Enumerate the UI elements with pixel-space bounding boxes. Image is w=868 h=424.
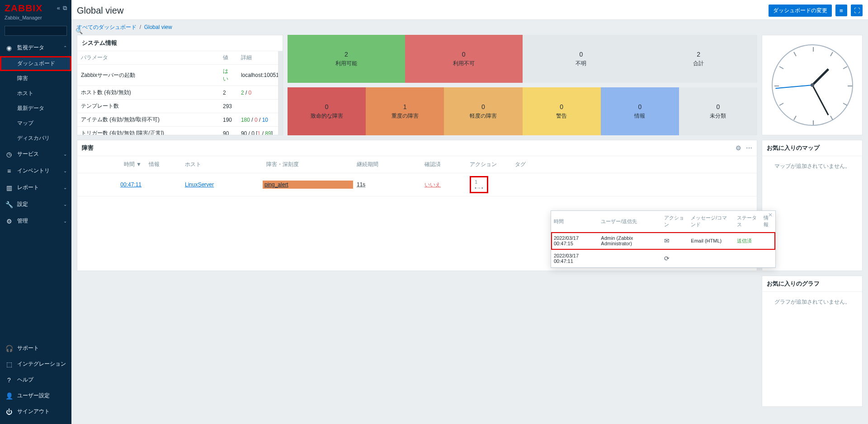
problem-action-box[interactable]: 1 •→• — [470, 176, 488, 193]
integration-icon: ⬚ — [5, 361, 14, 368]
nav-support[interactable]: 🎧サポート — [0, 340, 71, 356]
popup-col-action: アクション — [661, 211, 688, 232]
nav-integration[interactable]: ⬚インテグレーション — [0, 356, 71, 372]
sysinfo-col-value: 値 — [219, 51, 237, 65]
nav-monitoring[interactable]: ◉ 監視データ ⌃ — [0, 39, 71, 56]
svg-line-6 — [843, 103, 847, 105]
support-icon: 🎧 — [5, 345, 14, 352]
gear-icon[interactable]: ⚙ — [736, 144, 741, 152]
edit-dashboard-button[interactable]: ダッシュボードの変更 — [769, 5, 832, 17]
svg-line-10 — [779, 67, 783, 69]
nav-item-problems[interactable]: 障害 — [0, 71, 71, 86]
popout-icon[interactable]: ⧉ — [63, 5, 67, 12]
sysinfo-row: テンプレート数293 — [77, 100, 283, 113]
page-title: Global view — [77, 5, 123, 16]
popup-row-msg: Email (HTML) — [688, 232, 734, 250]
gear-icon: ⚙ — [5, 218, 14, 225]
close-icon[interactable]: ✕ — [768, 212, 773, 218]
widget-fav-maps: お気に入りのマップ マップが追加されていません。 — [762, 140, 863, 271]
svg-line-7 — [830, 116, 833, 120]
collapse-sidebar-icon[interactable]: « — [57, 5, 60, 12]
sysinfo-row: アイテム数 (有効/無効/取得不可)190180 / 0 / 10 — [77, 113, 283, 127]
svg-line-11 — [794, 52, 796, 56]
search-input[interactable] — [8, 28, 75, 34]
list-icon: ≡ — [5, 167, 14, 175]
status-tile[interactable]: 0致命的な障害 — [288, 87, 366, 135]
hamburger-button[interactable]: ≡ — [835, 5, 847, 16]
chart-icon: ▥ — [5, 184, 14, 191]
status-tile[interactable]: 2合計 — [640, 35, 757, 83]
popup-row-time: 2022/03/17 00:47:11 — [551, 250, 598, 267]
nav-item-discovery[interactable]: ディスカバリ — [0, 131, 71, 146]
nav-inventory[interactable]: ≡ インベントリ ⌄ — [0, 162, 71, 179]
nav-item-hosts[interactable]: ホスト — [0, 86, 71, 101]
server-name: Zabbix_Manager — [5, 15, 67, 20]
popup-row-user: Admin (Zabbix Administrator) — [598, 232, 661, 250]
fullscreen-button[interactable]: ⛶ — [851, 5, 863, 16]
problem-row[interactable]: 00:47:11 LinuxServer ping_alert 11s いいえ … — [77, 173, 757, 196]
nav-services[interactable]: ◷ サービス ⌄ — [0, 146, 71, 162]
status-tile[interactable]: 1重度の障害 — [366, 87, 444, 135]
sysinfo-row: ホスト数 (有効/無効)22 / 0 — [77, 86, 283, 100]
nav-signout[interactable]: ⏻サインアウト — [0, 404, 71, 419]
problem-ack[interactable]: いいえ — [425, 181, 441, 188]
nav-item-maps[interactable]: マップ — [0, 116, 71, 131]
help-icon: ? — [5, 376, 14, 384]
popup-col-user: ユーザー/送信先 — [598, 211, 661, 232]
services-icon: ◷ — [5, 151, 14, 158]
problems-col-action: アクション — [466, 156, 511, 173]
sysinfo-title: システム情報 — [82, 39, 117, 47]
status-tile[interactable]: 0未分類 — [679, 87, 757, 135]
problems-col-ack: 確認済 — [421, 156, 466, 173]
problems-col-duration: 継続期間 — [353, 156, 421, 173]
chevron-up-icon: ⌃ — [63, 45, 67, 50]
eye-icon: ◉ — [5, 44, 14, 52]
breadcrumb: すべてのダッシュボード / Global view — [71, 20, 868, 35]
problem-host[interactable]: LinuxServer — [185, 181, 214, 188]
sysinfo-row: Zabbixサーバーの起動はいlocalhost:10051 — [77, 65, 283, 86]
status-tile[interactable]: 0警告 — [523, 87, 601, 135]
popup-col-msg: メッセージ/コマンド — [688, 211, 734, 232]
problems-title: 障害 — [82, 144, 94, 152]
wrench-icon: 🔧 — [5, 201, 14, 208]
nav-help[interactable]: ?ヘルプ — [0, 372, 71, 388]
status-tile[interactable]: 0情報 — [601, 87, 679, 135]
status-tile[interactable]: 0利用不可 — [405, 35, 523, 83]
problem-duration: 11s — [357, 181, 365, 188]
problems-col-host: ホスト — [181, 156, 263, 173]
widget-hosts-severity: 2利用可能0利用不可0不明2合計 0致命的な障害1重度の障害0軽度の障害0警告0… — [288, 35, 757, 135]
chevron-down-icon: ⌄ — [63, 202, 67, 207]
search-box[interactable]: 🔍 — [5, 26, 67, 36]
nav-user-settings[interactable]: 👤ユーザー設定 — [0, 388, 71, 404]
sysinfo-table[interactable]: パラメータ 値 詳細 Zabbixサーバーの起動はいlocalhost:1005… — [77, 51, 283, 135]
svg-line-8 — [794, 116, 796, 120]
fav-graphs-title: お気に入りのグラフ — [767, 280, 820, 288]
problem-trigger[interactable]: ping_alert — [263, 181, 353, 189]
status-tile[interactable]: 0不明 — [523, 35, 640, 83]
nav-item-latest[interactable]: 最新データ — [0, 101, 71, 116]
widget-clock — [762, 35, 863, 135]
nav-admin[interactable]: ⚙ 管理 ⌄ — [0, 213, 71, 229]
popup-row-1: 2022/03/17 00:47:15 Admin (Zabbix Admini… — [551, 232, 775, 250]
nav-item-dashboard[interactable]: ダッシュボード — [0, 56, 71, 71]
problems-col-info: 情報 — [145, 156, 181, 173]
problems-col-time[interactable]: 時間 — [124, 161, 135, 167]
breadcrumb-all[interactable]: すべてのダッシュボード — [77, 24, 137, 30]
more-icon[interactable]: ⋯ — [746, 144, 752, 152]
widget-system-info: システム情報 パラメータ 値 詳細 Zabbixサーバーの起動はいlocalho… — [77, 35, 283, 135]
breadcrumb-current[interactable]: Global view — [144, 24, 172, 30]
popup-row-2: 2022/03/17 00:47:11 ⟳ — [551, 250, 775, 267]
problem-time[interactable]: 00:47:11 — [120, 181, 142, 188]
user-icon: 👤 — [5, 392, 14, 400]
nav-config[interactable]: 🔧 設定 ⌄ — [0, 196, 71, 213]
fav-graphs-empty: グラフが追加されていません。 — [762, 292, 862, 312]
chevron-down-icon: ⌄ — [63, 185, 67, 190]
nav-reports[interactable]: ▥ レポート ⌄ — [0, 179, 71, 196]
chevron-down-icon: ⌄ — [63, 168, 67, 173]
brand-logo[interactable]: ZABBIX — [5, 3, 42, 14]
action-popup: ✕ 時間 ユーザー/送信先 アクション メッセージ/コマンド ステータス 情報 … — [551, 210, 776, 268]
status-tile[interactable]: 0軽度の障害 — [444, 87, 522, 135]
fav-maps-empty: マップが追加されていません。 — [762, 156, 862, 176]
clock-face — [772, 44, 853, 126]
status-tile[interactable]: 2利用可能 — [288, 35, 405, 83]
